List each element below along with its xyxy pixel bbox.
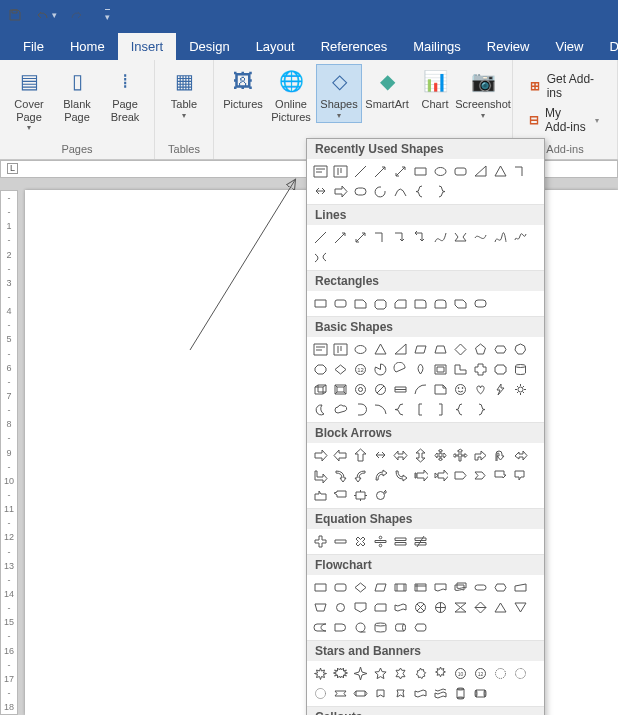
- shape-notch[interactable]: [431, 466, 450, 485]
- shape-rbrace[interactable]: [471, 400, 490, 419]
- shape-rcallout[interactable]: [491, 466, 510, 485]
- shape-minus[interactable]: [331, 532, 350, 551]
- tab-design[interactable]: Design: [176, 33, 242, 60]
- shape-curve[interactable]: [391, 182, 410, 201]
- my-addins-button[interactable]: ⊟My Add-ins▾: [529, 106, 599, 134]
- shape-rarrow[interactable]: [311, 446, 330, 465]
- shape-collate[interactable]: [451, 598, 470, 617]
- shape-quadc[interactable]: [351, 486, 370, 505]
- shape-pentR[interactable]: [451, 466, 470, 485]
- shape-star8[interactable]: [431, 664, 450, 683]
- tab-layout[interactable]: Layout: [243, 33, 308, 60]
- shape-quad[interactable]: [431, 446, 450, 465]
- shape-doc[interactable]: [431, 578, 450, 597]
- shape-linedbl[interactable]: [391, 162, 410, 181]
- shape-curD[interactable]: [391, 466, 410, 485]
- shape-alt[interactable]: [331, 578, 350, 597]
- shape-exp1[interactable]: [311, 664, 330, 683]
- shape-darrow[interactable]: [371, 446, 390, 465]
- shape-seqstore[interactable]: [351, 618, 370, 637]
- online-pictures-button[interactable]: 🌐Online Pictures: [268, 64, 314, 126]
- shape-smile[interactable]: [451, 380, 470, 399]
- shape-dcallout[interactable]: [511, 466, 530, 485]
- shape-elbowd[interactable]: [411, 228, 430, 247]
- shape-bent[interactable]: [471, 446, 490, 465]
- shape-rect[interactable]: [311, 294, 330, 313]
- shape-ribup2[interactable]: [391, 684, 410, 703]
- shape-curve2[interactable]: [431, 228, 450, 247]
- shape-tear[interactable]: [411, 360, 430, 379]
- shape-dwave[interactable]: [431, 684, 450, 703]
- shape-curR[interactable]: [331, 466, 350, 485]
- shape-star10[interactable]: 10: [451, 664, 470, 683]
- shape-linearr[interactable]: [331, 228, 350, 247]
- shape-star32[interactable]: [311, 684, 330, 703]
- shape-uturn[interactable]: [491, 446, 510, 465]
- shape-manop[interactable]: [311, 598, 330, 617]
- shape-snip2[interactable]: [371, 294, 390, 313]
- shape-lup[interactable]: [511, 446, 530, 465]
- shape-dec[interactable]: [351, 578, 370, 597]
- shape-vtext[interactable]: [331, 162, 350, 181]
- shape-rbrace[interactable]: [431, 182, 450, 201]
- shape-rrect[interactable]: [331, 294, 350, 313]
- shape-cloud[interactable]: [331, 400, 350, 419]
- shape-curve3[interactable]: [471, 228, 490, 247]
- shape-sumj[interactable]: [411, 598, 430, 617]
- chart-button[interactable]: 📊Chart: [412, 64, 458, 114]
- tab-developer[interactable]: Devel: [596, 33, 618, 60]
- shape-intern[interactable]: [411, 578, 430, 597]
- tab-references[interactable]: References: [308, 33, 400, 60]
- shape-curU[interactable]: [371, 466, 390, 485]
- shape-ribbon[interactable]: [351, 684, 370, 703]
- shape-plaque[interactable]: [491, 360, 510, 379]
- shape-pent[interactable]: [471, 340, 490, 359]
- shape-noentry[interactable]: [371, 380, 390, 399]
- shape-star24[interactable]: [511, 664, 530, 683]
- shape-round2[interactable]: [431, 294, 450, 313]
- shape-sniptl[interactable]: [391, 294, 410, 313]
- tab-mailings[interactable]: Mailings: [400, 33, 474, 60]
- shapes-button[interactable]: ◇Shapes▾: [316, 64, 362, 123]
- shape-rrect2[interactable]: [351, 182, 370, 201]
- shape-elbow[interactable]: [511, 162, 530, 181]
- shape-tri[interactable]: [371, 340, 390, 359]
- shape-circ[interactable]: [371, 486, 390, 505]
- shape-vtext[interactable]: [331, 340, 350, 359]
- shape-or[interactable]: [431, 598, 450, 617]
- shape-proc[interactable]: [311, 578, 330, 597]
- ruler-tab-indicator[interactable]: L: [7, 163, 18, 174]
- shape-rbig[interactable]: [471, 294, 490, 313]
- shape-rbrkt[interactable]: [351, 400, 370, 419]
- shape-hex[interactable]: [491, 340, 510, 359]
- shape-sun[interactable]: [511, 380, 530, 399]
- shape-oval[interactable]: [351, 340, 370, 359]
- shape-wave[interactable]: [411, 684, 430, 703]
- shape-ribup[interactable]: [371, 684, 390, 703]
- shape-prep[interactable]: [491, 578, 510, 597]
- shape-cross[interactable]: [471, 360, 490, 379]
- shape-star7[interactable]: [411, 664, 430, 683]
- shape-tri3[interactable]: [451, 446, 470, 465]
- shape-scribble[interactable]: [511, 228, 530, 247]
- shape-zig[interactable]: [451, 228, 470, 247]
- vertical-ruler[interactable]: --1-2-3-4-5-6-7-8-9-10-11-12-13-14-15-16…: [0, 190, 18, 715]
- tab-review[interactable]: Review: [474, 33, 543, 60]
- shape-data[interactable]: [371, 578, 390, 597]
- shape-fold[interactable]: [431, 380, 450, 399]
- shape-sort[interactable]: [471, 598, 490, 617]
- shape-trap[interactable]: [431, 340, 450, 359]
- shape-larrow[interactable]: [331, 446, 350, 465]
- shape-dodec[interactable]: 12: [351, 360, 370, 379]
- shape-tri[interactable]: [491, 162, 510, 181]
- shape-para[interactable]: [411, 340, 430, 359]
- shape-moon[interactable]: [311, 400, 330, 419]
- shape-magdisk[interactable]: [371, 618, 390, 637]
- shape-delay[interactable]: [331, 618, 350, 637]
- shape-snip1[interactable]: [351, 294, 370, 313]
- redo-icon[interactable]: [69, 8, 83, 22]
- pictures-button[interactable]: 🖼Pictures: [220, 64, 266, 114]
- screenshot-button[interactable]: 📷Screenshot▾: [460, 64, 506, 123]
- shape-div[interactable]: [371, 532, 390, 551]
- shape-textbox[interactable]: [311, 162, 330, 181]
